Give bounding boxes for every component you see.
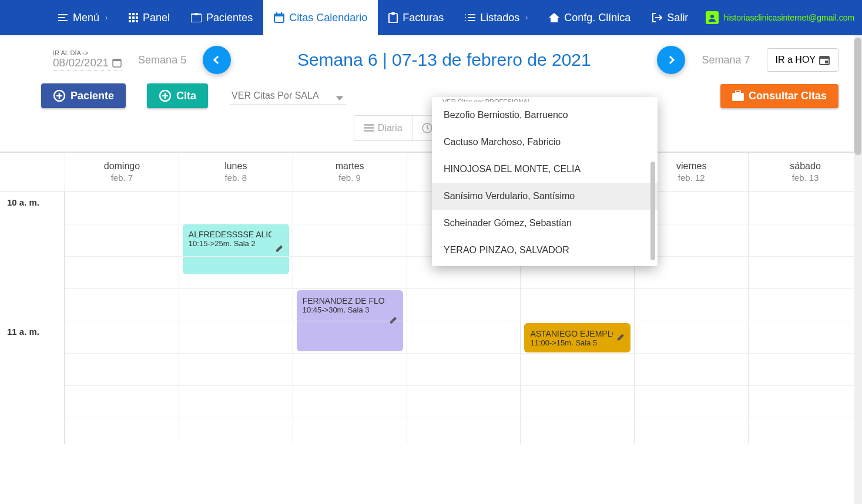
svg-rect-1 — [132, 13, 135, 15]
calendar-body[interactable]: 10 a. m. 11 a. m. ALFREDESSSSE ALICIA 10… — [0, 191, 862, 444]
top-navbar: Menú › Panel Pacientes Citas Calendario — [0, 0, 862, 35]
svg-rect-28 — [364, 127, 374, 129]
today-button-label: IR a HOY — [776, 55, 816, 65]
view-diaria-button[interactable]: Diaria — [354, 116, 412, 140]
svg-rect-21 — [820, 56, 829, 59]
svg-rect-9 — [191, 14, 202, 22]
today-button[interactable]: IR a HOY — [767, 48, 838, 72]
filter-sala-dropdown[interactable]: VER Citas Por SALA — [229, 87, 347, 105]
svg-rect-27 — [364, 124, 374, 126]
appointment-name: FERNANDEZ DE FLORES — [303, 296, 385, 305]
calendar-header: domingofeb. 7 lunesfeb. 8 martesfeb. 9 m… — [0, 153, 862, 191]
week-header: IR AL DÍA -> 08/02/2021 Semana 5 Semana … — [0, 35, 862, 80]
plus-circle-icon — [159, 89, 172, 102]
appointment-name: ALFREDESSSSE ALICIA — [189, 230, 271, 239]
nav-panel-label: Panel — [143, 12, 170, 24]
day-column-6[interactable] — [748, 191, 862, 444]
user-email: historiasclinicasinternet@gmail.com — [723, 13, 854, 22]
svg-rect-4 — [132, 16, 135, 19]
day-column-0[interactable] — [65, 191, 179, 444]
nav-panel[interactable]: Panel — [118, 0, 180, 35]
appointment-detail: 10:15->25m. Sala 2 — [189, 239, 271, 248]
clipboard-icon — [388, 12, 398, 23]
nav-user[interactable]: historiasclinicasinternet@gmail.com — [699, 0, 861, 35]
calendar-today-icon — [819, 55, 830, 65]
plus-circle-icon — [53, 89, 66, 102]
dropdown-item[interactable]: HINOJOSA DEL MONTE, CELIA — [432, 156, 658, 183]
day-header-6: sábadofeb. 13 — [748, 153, 862, 191]
edit-icon[interactable] — [275, 244, 284, 255]
page-scrollbar[interactable] — [854, 35, 862, 504]
day-column-2[interactable]: FERNANDEZ DE FLORES 10:45->30m. Sala 3 — [293, 191, 407, 444]
week-title: Semana 6 | 07-13 de febrero de 2021 — [242, 50, 646, 70]
svg-rect-10 — [194, 13, 198, 15]
nav-config-label: Confg. Clínica — [564, 12, 630, 24]
dropdown-item[interactable]: Sanísimo Verdulario, Santísimo — [432, 183, 658, 210]
nav-citas-calendario[interactable]: Citas Calendario — [263, 0, 378, 35]
edit-icon[interactable] — [616, 332, 626, 344]
appointment-detail: 11:00->15m. Sala 5 — [530, 338, 613, 347]
next-week-label: Semana 7 — [702, 54, 750, 66]
dropdown-item[interactable]: Cactuso Marchoso, Fabricio — [432, 129, 658, 156]
nav-pacientes[interactable]: Pacientes — [180, 0, 263, 35]
menu-icon — [58, 14, 68, 22]
nav-menu[interactable]: Menú › — [47, 0, 118, 35]
day-header-0: domingofeb. 7 — [65, 153, 179, 191]
add-paciente-button[interactable]: Paciente — [41, 83, 126, 108]
nav-facturas-label: Facturas — [403, 12, 444, 24]
goto-day-label: IR AL DÍA -> — [53, 49, 122, 56]
time-label-0: 10 a. m. — [7, 197, 39, 207]
svg-rect-16 — [391, 12, 395, 15]
clock-icon — [422, 123, 432, 133]
svg-rect-29 — [364, 130, 374, 132]
appointment-name: ASTANIEGO EJEMPLO — [530, 329, 613, 338]
add-cita-button[interactable]: Cita — [147, 83, 208, 108]
filter-sala-value: VER Citas Por SALA — [232, 90, 319, 100]
dropdown-scrollbar[interactable] — [650, 162, 655, 260]
day-column-1[interactable]: ALFREDESSSSE ALICIA 10:15->25m. Sala 2 — [179, 191, 293, 444]
calendar-icon — [274, 12, 284, 23]
calendar-small-icon — [112, 58, 122, 68]
appointment[interactable]: ALFREDESSSSE ALICIA 10:15->25m. Sala 2 — [183, 224, 289, 274]
nav-salir[interactable]: Salir — [641, 0, 699, 35]
svg-rect-0 — [129, 13, 131, 15]
next-week-button[interactable] — [657, 46, 685, 74]
scrollbar-thumb[interactable] — [854, 38, 861, 155]
svg-rect-3 — [129, 16, 131, 19]
nav-citas-label: Citas Calendario — [289, 12, 367, 24]
grid-icon — [129, 13, 138, 22]
briefcase-icon — [732, 90, 744, 101]
consultar-citas-button[interactable]: Consultar Citas — [720, 84, 838, 108]
nav-config[interactable]: Confg. Clínica — [538, 0, 641, 35]
svg-rect-7 — [132, 20, 135, 22]
goto-day-value: 08/02/2021 — [53, 56, 109, 69]
svg-rect-14 — [281, 12, 282, 15]
exit-icon — [652, 13, 662, 22]
svg-rect-6 — [129, 20, 131, 22]
nav-listados[interactable]: Listados › — [454, 0, 538, 35]
home-icon — [549, 13, 559, 22]
dropdown-item[interactable]: Scheinader Gómez, Sebastían — [432, 210, 658, 237]
nav-facturas[interactable]: Facturas — [378, 0, 454, 35]
dropdown-item[interactable]: Bezofio Berniostio, Barruenco — [432, 102, 658, 129]
time-label-1: 11 a. m. — [7, 327, 39, 337]
view-toggle-row: Diaria Horaria — [0, 113, 862, 152]
chevron-right-icon: › — [525, 14, 528, 22]
dropdown-item[interactable]: YERAO PINZAO, SALVADOR — [432, 237, 658, 264]
svg-rect-8 — [136, 20, 138, 22]
appointment[interactable]: ASTANIEGO EJEMPLO 11:00->15m. Sala 5 — [524, 323, 630, 352]
svg-rect-22 — [825, 61, 828, 63]
day-header-2: martesfeb. 9 — [293, 153, 407, 191]
svg-rect-12 — [274, 14, 284, 16]
nav-pacientes-label: Pacientes — [206, 12, 253, 24]
goto-day-field[interactable]: IR AL DÍA -> 08/02/2021 — [53, 49, 122, 71]
time-column: 10 a. m. 11 a. m. — [0, 191, 65, 444]
add-cita-label: Cita — [176, 90, 196, 102]
chevron-right-icon: › — [105, 14, 108, 22]
consultar-citas-label: Consultar Citas — [749, 90, 827, 102]
nav-listados-label: Listados — [480, 12, 519, 24]
svg-rect-5 — [136, 16, 138, 19]
prev-week-button[interactable] — [203, 46, 231, 74]
prev-week-label: Semana 5 — [138, 54, 186, 66]
appointment-detail: 10:45->30m. Sala 3 — [303, 305, 385, 314]
